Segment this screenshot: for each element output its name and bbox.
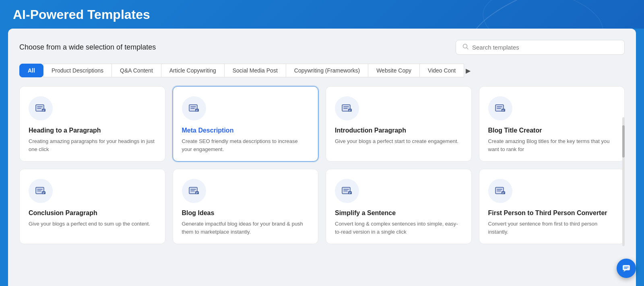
card-title: Conclusion Paragraph (29, 209, 156, 217)
scrollbar-track (622, 117, 625, 246)
tab-video-cont[interactable]: Video Cont (419, 64, 464, 77)
card-desc: Create SEO friendly meta descriptions to… (182, 137, 310, 153)
chat-bubble-button[interactable] (617, 259, 636, 278)
card-desc: Convert your sentence from first to thir… (488, 220, 616, 236)
svg-line-1 (467, 48, 469, 50)
tab-website-copy[interactable]: Website Copy (368, 64, 420, 77)
filter-tabs: All Product Descriptions Q&A Content Art… (19, 64, 625, 77)
card-title: First Person to Third Person Converter (488, 209, 616, 217)
template-icon (188, 102, 200, 114)
card-title: Blog Title Creator (488, 127, 616, 134)
template-icon (494, 102, 506, 114)
card-icon-wrap (335, 96, 359, 120)
card-desc: Creating amazing paragraphs for your hea… (29, 137, 156, 153)
top-bar: Choose from a wide selection of template… (19, 40, 625, 55)
template-icon (341, 102, 353, 114)
svg-marker-59 (623, 270, 626, 272)
card-icon-wrap (488, 96, 512, 120)
card-icon-wrap (182, 179, 206, 203)
card-title: Blog Ideas (182, 209, 310, 217)
tab-social-media-post[interactable]: Social Media Post (224, 64, 286, 77)
template-icon (188, 185, 200, 197)
search-input[interactable] (472, 44, 618, 51)
card-icon-wrap (182, 96, 206, 120)
cards-row-2: Conclusion Paragraph Give your blogs a p… (19, 169, 625, 244)
card-introduction-paragraph[interactable]: Introduction Paragraph Give your blogs a… (326, 86, 472, 162)
card-icon-wrap (29, 179, 53, 203)
card-simplify-sentence[interactable]: Simplify a Sentence Convert long & compl… (326, 169, 472, 244)
header: AI-Powered Templates (0, 0, 644, 29)
card-meta-description[interactable]: Meta Description Create SEO friendly met… (173, 86, 319, 162)
card-desc: Give your blogs a perfect end to sum up … (29, 220, 156, 228)
tab-product-descriptions[interactable]: Product Descriptions (43, 64, 112, 77)
card-desc: Generate impactful blog ideas for your b… (182, 220, 310, 236)
card-blog-ideas[interactable]: Blog Ideas Generate impactful blog ideas… (173, 169, 319, 244)
card-icon-wrap (29, 96, 53, 120)
cards-row-1: Heading to a Paragraph Creating amazing … (19, 86, 625, 162)
template-icon (35, 185, 47, 197)
tab-article-copywriting[interactable]: Article Copywriting (161, 64, 225, 77)
card-desc: Create amazing Blog titles for the key t… (488, 137, 616, 153)
card-icon-wrap (335, 179, 359, 203)
card-title: Introduction Paragraph (335, 127, 462, 134)
scroll-right-icon[interactable]: ▶ (466, 67, 471, 75)
tab-copywriting-frameworks[interactable]: Copywriting (Frameworks) (286, 64, 368, 77)
card-desc: Give your blogs a perfect start to creat… (335, 137, 462, 145)
card-title: Simplify a Sentence (335, 209, 462, 217)
template-icon (35, 102, 47, 114)
card-heading-to-paragraph[interactable]: Heading to a Paragraph Creating amazing … (19, 86, 165, 162)
search-icon (462, 44, 469, 51)
page-title: AI-Powered Templates (13, 7, 631, 22)
subtitle: Choose from a wide selection of template… (19, 43, 156, 52)
template-icon (341, 185, 353, 197)
card-icon-wrap (488, 179, 512, 203)
main-container: Choose from a wide selection of template… (8, 29, 636, 286)
search-box[interactable] (456, 40, 625, 55)
svg-rect-58 (623, 265, 630, 270)
card-blog-title-creator[interactable]: Blog Title Creator Create amazing Blog t… (479, 86, 625, 162)
card-first-to-third-person[interactable]: First Person to Third Person Converter C… (479, 169, 625, 244)
card-desc: Convert long & complex sentences into si… (335, 220, 462, 236)
template-icon (494, 185, 506, 197)
card-conclusion-paragraph[interactable]: Conclusion Paragraph Give your blogs a p… (19, 169, 165, 244)
card-title: Meta Description (182, 127, 310, 134)
tab-all[interactable]: All (19, 64, 43, 77)
card-title: Heading to a Paragraph (29, 127, 156, 134)
scrollbar-thumb[interactable] (622, 125, 625, 158)
tab-qa-content[interactable]: Q&A Content (111, 64, 161, 77)
